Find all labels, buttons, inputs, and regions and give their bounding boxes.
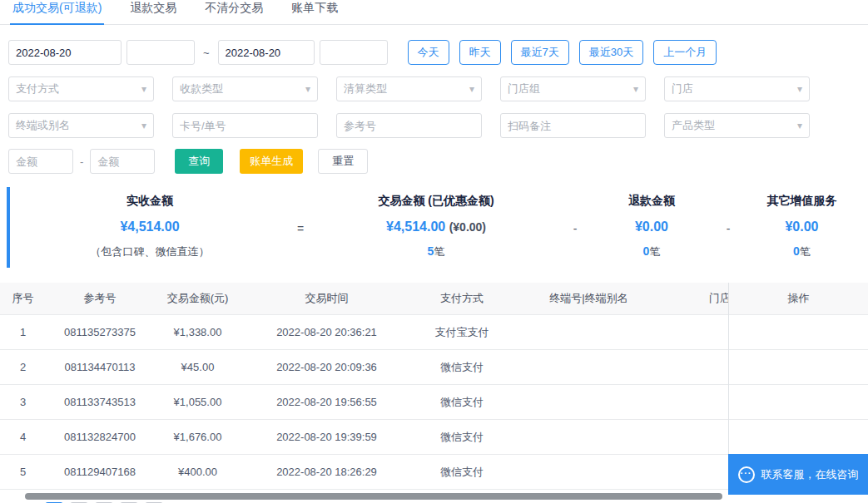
filter-panel: ~ 今天昨天最近7天最近30天上一个月 支付方式收款类型清算类型门店组门店 终端… (0, 40, 868, 174)
terminal-or-alias-select[interactable]: 终端或别名 (8, 113, 154, 138)
summary-amount: ¥0.00 (742, 219, 861, 234)
table-cell: 1 (0, 315, 46, 350)
start-date-input[interactable] (8, 40, 122, 65)
quick-range-button[interactable]: 今天 (408, 40, 449, 65)
search-button[interactable]: 查询 (175, 149, 223, 174)
summary-operator-equals: = (290, 194, 311, 259)
column-header: 交易金额(元) (154, 283, 241, 315)
store-select[interactable]: 门店 (664, 76, 810, 101)
summary-count: 0笔 (742, 244, 861, 259)
store-group-placeholder: 门店组 (508, 81, 540, 96)
contact-support-button[interactable]: 联系客服，在线咨询 (728, 454, 868, 495)
column-header: 终端号|终端别名 (512, 283, 666, 315)
payment-method-select[interactable]: 支付方式 (8, 76, 154, 101)
summary-received: 实收金额 ¥4,514.00 （包含口碑、微信直连） (10, 194, 290, 259)
amount-max-input[interactable] (90, 149, 155, 174)
reset-button[interactable]: 重置 (318, 149, 368, 174)
table-cell (512, 315, 666, 350)
table-cell (666, 315, 728, 350)
summary-title: 退款金额 (589, 194, 714, 209)
table-cell: 微信支付 (412, 350, 512, 385)
table-cell: 081132824700 (46, 420, 154, 455)
column-header: 门店 (666, 283, 728, 315)
quick-range-button[interactable]: 上一个月 (653, 40, 717, 65)
end-time-input[interactable] (320, 40, 388, 65)
column-header: 支付方式 (412, 283, 512, 315)
table-cell (512, 350, 666, 385)
clearing-type-placeholder: 清算类型 (344, 81, 387, 96)
terminal-or-alias-placeholder: 终端或别名 (16, 118, 70, 133)
store-group-select[interactable]: 门店组 (500, 76, 646, 101)
summary-operator-minus: - (714, 194, 742, 259)
amount-and-actions-row: - 查询 账单生成 重置 (8, 149, 860, 174)
summary-count: 0笔 (589, 244, 714, 259)
summary-refund: 退款金额 ¥0.00 0笔 (589, 194, 714, 259)
table-cell: 2 (0, 350, 46, 385)
end-date-input[interactable] (218, 40, 315, 65)
transactions-page: 成功交易(可退款)退款交易不清分交易账单下载 ~ 今天昨天最近7天最近30天上一… (0, 0, 868, 503)
count-unit: 笔 (649, 245, 660, 258)
generate-bill-button[interactable]: 账单生成 (240, 149, 303, 174)
scan-code-remark-input[interactable] (500, 113, 646, 138)
table-scroll-viewport[interactable]: 序号参考号交易金额(元)交易时间支付方式终端号|终端别名门店 108113527… (0, 283, 728, 490)
table-cell (666, 420, 728, 455)
clearing-type-select[interactable]: 清算类型 (336, 76, 482, 101)
quick-range-button[interactable]: 昨天 (459, 40, 501, 65)
amount-min-input[interactable] (8, 149, 73, 174)
receipt-type-select[interactable]: 收款类型 (172, 76, 318, 101)
amount-range-separator: - (80, 155, 83, 168)
summary-value-added: 其它增值服务 ¥0.00 0笔 (742, 194, 861, 259)
action-cell (729, 315, 868, 350)
start-time-input[interactable] (126, 40, 195, 65)
chevron-down-icon (633, 84, 638, 94)
table-body: 1081135273375¥1,338.002022-08-20 20:36:2… (0, 315, 728, 490)
reference-no-input[interactable] (336, 113, 482, 138)
fixed-column-header: 操作 (729, 283, 868, 315)
table-cell: 081129407168 (46, 455, 154, 490)
count-unit: 笔 (800, 245, 811, 258)
tab-bar: 成功交易(可退款)退款交易不清分交易账单下载 (0, 0, 868, 25)
quick-range-button[interactable]: 最近30天 (579, 40, 643, 65)
table-cell: ¥1,338.00 (154, 315, 241, 350)
table-row: 4081132824700¥1,676.002022-08-20 19:39:5… (0, 420, 728, 455)
table-cell: 2022-08-20 18:26:29 (241, 455, 412, 490)
horizontal-scrollbar[interactable] (25, 493, 722, 500)
table-cell: 5 (0, 455, 46, 490)
table-cell: ¥45.00 (154, 350, 241, 385)
summary-title: 交易金额 (已优惠金额) (311, 194, 561, 209)
summary-transaction: 交易金额 (已优惠金额) ¥4,514.00 (¥0.00) 5笔 (311, 194, 561, 259)
tab-bill-download[interactable]: 账单下载 (289, 0, 340, 25)
column-header: 交易时间 (241, 283, 412, 315)
table-cell (512, 420, 666, 455)
chevron-down-icon (305, 84, 310, 94)
payment-method-placeholder: 支付方式 (16, 81, 59, 96)
table-cell: 微信支付 (412, 455, 512, 490)
table-cell: 081134470113 (46, 350, 154, 385)
table-cell: 3 (0, 385, 46, 420)
table-cell (666, 455, 728, 490)
tab-success-refundable[interactable]: 成功交易(可退款) (10, 0, 104, 25)
card-or-order-no-input[interactable] (172, 113, 318, 138)
table-cell: ¥1,676.00 (154, 420, 241, 455)
table-cell: 2022-08-20 19:56:55 (241, 385, 412, 420)
tab-unsettled[interactable]: 不清分交易 (202, 0, 265, 25)
quick-range-buttons: 今天昨天最近7天最近30天上一个月 (408, 40, 717, 65)
table-row: 3081133743513¥1,055.002022-08-20 19:56:5… (0, 385, 728, 420)
summary-operator-minus: - (561, 194, 589, 259)
count-unit: 笔 (434, 245, 444, 258)
product-type-placeholder: 产品类型 (672, 118, 715, 133)
summary-title: 实收金额 (10, 194, 290, 209)
summary-title: 其它增值服务 (742, 194, 861, 209)
table-cell (666, 350, 728, 385)
tab-refund[interactable]: 退款交易 (127, 0, 179, 25)
table-cell (512, 385, 666, 420)
chevron-down-icon (797, 121, 802, 131)
chevron-down-icon (141, 121, 146, 131)
summary-count: 5笔 (311, 244, 561, 259)
table-cell (512, 455, 666, 490)
product-type-select[interactable]: 产品类型 (664, 113, 810, 138)
quick-range-button[interactable]: 最近7天 (511, 40, 569, 65)
filter-row-fields: 终端或别名产品类型 (8, 113, 860, 138)
table-cell: 微信支付 (412, 420, 512, 455)
date-filter-row: ~ 今天昨天最近7天最近30天上一个月 (8, 40, 860, 65)
